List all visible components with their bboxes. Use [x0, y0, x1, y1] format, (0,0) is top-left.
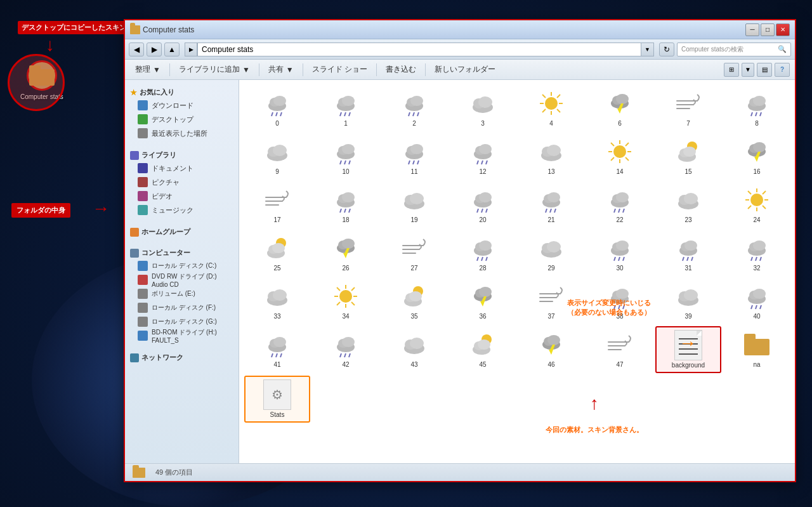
file-item-stats[interactable]: ⚙Stats — [244, 376, 310, 423]
file-item-13[interactable]: 13 — [518, 133, 584, 179]
file-item-24[interactable]: 24 — [724, 181, 790, 227]
sidebar-divider-4 — [125, 345, 239, 350]
file-item-31[interactable]: 31 — [655, 230, 721, 275]
file-item-3[interactable]: 3 — [450, 85, 516, 131]
file-item-8[interactable]: 8 — [724, 85, 790, 131]
up-button[interactable]: ▲ — [164, 43, 180, 56]
add-to-library-button[interactable]: ライブラリに追加 ▼ — [174, 62, 255, 77]
sidebar-item-desktop[interactable]: デスクトップ — [125, 112, 239, 126]
back-button[interactable]: ◀ — [129, 43, 144, 56]
slideshow-button[interactable]: スライド ショー — [307, 62, 372, 77]
file-icon-27 — [399, 233, 429, 263]
file-label-45: 45 — [479, 361, 486, 369]
file-item-45[interactable]: 45 — [450, 326, 516, 373]
file-label-27: 27 — [410, 265, 417, 272]
svg-line-28 — [557, 95, 560, 98]
file-item-36[interactable]: 36 — [450, 278, 516, 324]
preview-pane-button[interactable]: ▤ — [757, 63, 772, 77]
view-toggle-button[interactable]: ⊞ — [724, 63, 739, 77]
share-button[interactable]: 共有 ▼ — [263, 62, 299, 77]
file-item-22[interactable]: 22 — [587, 181, 653, 227]
file-item-34[interactable]: 34 — [313, 278, 379, 324]
file-item-6[interactable]: 6 — [587, 85, 653, 131]
file-item-9[interactable]: 9 — [244, 133, 310, 179]
sidebar-item-music[interactable]: ミュージック — [125, 203, 239, 217]
file-item-32[interactable]: 32 — [724, 230, 790, 275]
title-bar: Computer stats ─ □ ✕ — [125, 20, 795, 39]
sidebar-item-drive-g[interactable]: ローカル ディスク (G:) — [125, 315, 239, 329]
file-item-33[interactable]: 33 — [244, 278, 310, 324]
help-button[interactable]: ? — [775, 63, 790, 77]
svg-line-162 — [756, 257, 757, 261]
file-icon-7 — [673, 88, 704, 119]
burn-button[interactable]: 書き込む — [381, 62, 421, 77]
file-item-2[interactable]: 2 — [381, 85, 447, 131]
file-label-3: 3 — [481, 120, 485, 128]
file-item-41[interactable]: 41 — [244, 326, 310, 373]
sidebar-item-docs[interactable]: ドキュメント — [125, 161, 239, 175]
file-item-7[interactable]: 7 — [655, 85, 721, 131]
file-item-21[interactable]: 21 — [518, 181, 584, 227]
file-item-na[interactable]: na — [724, 326, 790, 373]
file-item-30[interactable]: 30 — [587, 230, 653, 275]
file-item-28[interactable]: 28 — [450, 230, 516, 275]
sidebar-item-video[interactable]: ビデオ — [125, 189, 239, 203]
address-dropdown-button[interactable]: ▼ — [641, 43, 654, 56]
file-item-1[interactable]: 1 — [313, 85, 379, 131]
bottom-annotation-text: 今回の素材。スキン背景さん。 — [546, 425, 643, 435]
organize-button[interactable]: 整理 ▼ — [130, 62, 166, 77]
file-item-25[interactable]: 25 — [244, 230, 310, 275]
svg-point-223 — [547, 335, 560, 345]
file-item-47[interactable]: 47 — [587, 326, 653, 373]
refresh-button[interactable]: ↻ — [659, 43, 674, 56]
file-item-11[interactable]: 11 — [381, 133, 447, 179]
file-item-0[interactable]: 0 — [244, 85, 310, 131]
maximize-button[interactable]: □ — [761, 23, 775, 36]
forward-button[interactable]: ▶ — [147, 43, 162, 56]
file-item-23[interactable]: 23 — [655, 181, 721, 227]
sidebar-item-drive-e[interactable]: ボリューム (E:) — [125, 287, 239, 301]
sidebar-item-recent[interactable]: 最近表示した場所 — [125, 126, 239, 140]
minimize-button[interactable]: ─ — [745, 23, 759, 36]
sidebar-item-drive-c[interactable]: ローカル ディスク (C:) — [125, 259, 239, 273]
file-item-42[interactable]: 42 — [313, 326, 379, 373]
file-item-10[interactable]: 10 — [313, 133, 379, 179]
file-item-19[interactable]: 19 — [381, 181, 447, 227]
close-button[interactable]: ✕ — [776, 23, 790, 36]
file-item-40[interactable]: 40 — [724, 278, 790, 324]
view-dropdown-button[interactable]: ▼ — [742, 63, 754, 77]
file-item-4[interactable]: 4 — [518, 85, 584, 131]
sidebar-item-download[interactable]: ダウンロード — [125, 98, 239, 112]
file-icon-28 — [468, 233, 498, 263]
file-item-29[interactable]: 29 — [518, 230, 584, 275]
file-grid: 0 1 2 3 — [239, 80, 795, 463]
file-item-15[interactable]: 15 — [655, 133, 721, 179]
file-item-46[interactable]: 46 — [518, 326, 584, 373]
address-bar[interactable]: Computer stats — [197, 43, 641, 56]
file-item-35[interactable]: 35 — [381, 278, 447, 324]
file-item-18[interactable]: 18 — [313, 181, 379, 227]
file-item-12[interactable]: 12 — [450, 133, 516, 179]
file-icon-1 — [331, 88, 361, 119]
svg-line-106 — [550, 209, 551, 213]
svg-line-211 — [340, 353, 341, 357]
sidebar-item-drive-d[interactable]: DVD RW ドライブ (D:) Audio CD — [125, 273, 239, 287]
file-item-27[interactable]: 27 — [381, 230, 447, 275]
svg-line-10 — [344, 112, 346, 116]
svg-line-172 — [337, 287, 340, 291]
file-item-17[interactable]: 17 — [244, 181, 310, 227]
new-folder-button[interactable]: 新しいフォルダー — [429, 62, 501, 77]
sidebar-item-pictures[interactable]: ピクチャ — [125, 175, 239, 189]
sidebar-item-drive-h[interactable]: BD-ROM ドライブ (H:) FAULT_S — [125, 329, 239, 343]
file-item-16[interactable]: 16 — [724, 133, 790, 179]
file-item-20[interactable]: 20 — [450, 181, 516, 227]
file-item-26[interactable]: 26 — [313, 230, 379, 275]
file-item-43[interactable]: 43 — [381, 326, 447, 373]
computer-stats-desktop-icon[interactable]: Computer stats — [20, 60, 63, 100]
file-item-14[interactable]: 14 — [587, 133, 653, 179]
svg-point-189 — [616, 289, 629, 299]
search-box[interactable]: Computer statsの検索 🔍 — [677, 43, 791, 56]
arrow-down-icon: ↓ — [46, 35, 55, 55]
sidebar-item-drive-f[interactable]: ローカル ディスク (F:) — [125, 301, 239, 315]
toolbar-separator-3 — [303, 63, 303, 76]
